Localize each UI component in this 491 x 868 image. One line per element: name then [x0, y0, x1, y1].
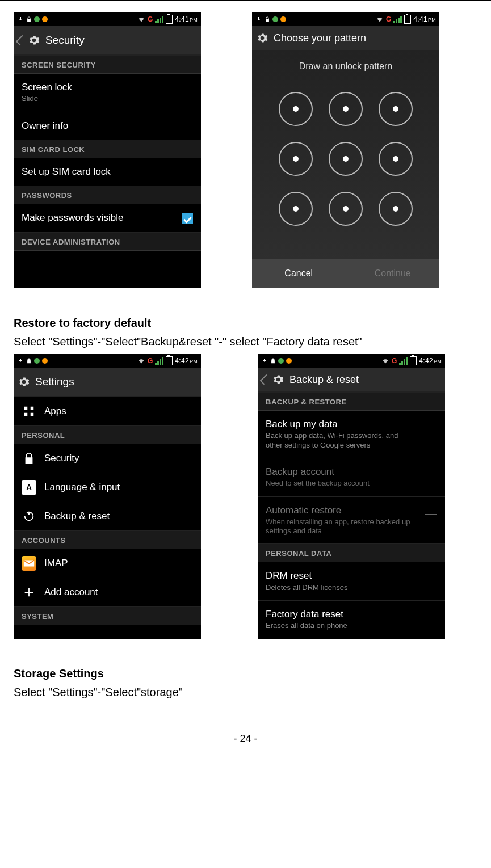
section-header: ACCOUNTS — [14, 531, 201, 549]
item-title: Backup & reset — [44, 511, 110, 522]
status-time: 4:42PM — [419, 357, 442, 365]
item-title: Apps — [44, 406, 66, 417]
continue-button: Continue — [346, 259, 440, 288]
doc-text-storage: Select "Settings"-"Select"storage" — [14, 686, 477, 699]
status-bar: G 4:41PM — [14, 12, 201, 26]
sync-icon — [286, 358, 292, 364]
sync-icon — [278, 358, 284, 364]
status-bar: G 4:41PM — [252, 12, 439, 26]
item-title: Backup account — [266, 466, 437, 478]
screenshot-backup-reset: G 4:42PM Backup & reset BACKUP & RESTORE… — [258, 354, 445, 639]
status-time: 4:42PM — [175, 357, 198, 365]
pattern-dot[interactable] — [329, 142, 363, 176]
signal-bars-icon — [155, 357, 163, 365]
checkbox-unchecked-icon[interactable] — [425, 428, 437, 440]
item-title: Back up my data — [266, 419, 417, 430]
screenshot-settings-list: G 4:42PM Settings Apps PERSONAL Secu — [14, 354, 201, 639]
item-backup-account: Backup account Need to set the backup ac… — [258, 458, 445, 497]
wifi-icon — [137, 357, 145, 364]
page-number: - 24 - — [14, 733, 477, 745]
cancel-button[interactable]: Cancel — [252, 259, 346, 288]
apps-icon — [22, 404, 36, 419]
title-bar: Choose your pattern — [252, 26, 439, 51]
pattern-dot[interactable] — [379, 192, 413, 226]
pattern-grid[interactable] — [275, 89, 416, 229]
title-bar[interactable]: Security — [14, 26, 201, 56]
item-imap[interactable]: IMAP — [14, 549, 201, 578]
network-g-icon: G — [148, 357, 153, 365]
item-title: Owner info — [22, 120, 193, 132]
item-make-passwords-visible[interactable]: Make passwords visible — [14, 204, 201, 232]
battery-icon — [404, 15, 411, 24]
screenshot-row-1: G 4:41PM Security SCREEN SECURITY Screen… — [14, 12, 477, 288]
button-label: Cancel — [284, 268, 313, 279]
pattern-dot[interactable] — [279, 192, 313, 226]
checkbox-checked-icon[interactable] — [182, 213, 193, 224]
network-g-icon: G — [386, 15, 391, 23]
gear-icon — [257, 32, 268, 44]
item-subtitle: Deletes all DRM licenses — [266, 583, 437, 592]
section-header: PERSONAL DATA — [258, 544, 445, 562]
page-title: Security — [45, 34, 85, 47]
item-title: Screen lock — [22, 82, 193, 93]
gear-icon — [28, 35, 40, 46]
title-bar[interactable]: Backup & reset — [258, 368, 445, 393]
item-apps[interactable]: Apps — [14, 397, 201, 426]
signal-bars-icon — [393, 16, 402, 23]
pattern-dot[interactable] — [379, 142, 413, 176]
item-title: IMAP — [44, 558, 68, 569]
status-bar: G 4:42PM — [258, 354, 445, 368]
item-back-up-my-data[interactable]: Back up my data Back up app data, Wi-Fi … — [258, 411, 445, 458]
battery-icon — [166, 356, 173, 365]
pattern-dot[interactable] — [279, 92, 313, 126]
item-title: Automatic restore — [266, 505, 417, 516]
item-add-account[interactable]: Add account — [14, 578, 201, 607]
wifi-icon — [381, 357, 389, 364]
language-icon: A — [22, 480, 36, 495]
screenshot-row-2: G 4:42PM Settings Apps PERSONAL Secu — [14, 354, 477, 639]
item-security[interactable]: Security — [14, 444, 201, 473]
pattern-dot[interactable] — [329, 192, 363, 226]
lock-icon — [26, 357, 32, 364]
section-header: SCREEN SECURITY — [14, 56, 201, 74]
status-bar: G 4:42PM — [14, 354, 201, 368]
item-owner-info[interactable]: Owner info — [14, 112, 201, 140]
pattern-dot[interactable] — [379, 92, 413, 126]
svg-rect-0 — [24, 407, 28, 410]
sync-icon — [280, 16, 286, 22]
item-factory-data-reset[interactable]: Factory data reset Erases all data on ph… — [258, 601, 445, 639]
item-subtitle: Back up app data, Wi-Fi passwords, and o… — [266, 431, 417, 450]
svg-rect-3 — [31, 413, 34, 416]
pattern-dot[interactable] — [329, 92, 363, 126]
item-title: Security — [44, 453, 79, 464]
item-subtitle: Need to set the backup account — [266, 479, 437, 488]
item-title: DRM reset — [266, 570, 437, 582]
item-language-input[interactable]: A Language & input — [14, 473, 201, 502]
item-backup-reset[interactable]: Backup & reset — [14, 502, 201, 531]
section-header: SYSTEM — [14, 607, 201, 625]
status-time: 4:41PM — [175, 15, 198, 23]
sync-icon — [34, 358, 40, 364]
page-title: Settings — [35, 376, 74, 388]
page-title: Backup & reset — [289, 374, 359, 386]
item-setup-sim-lock[interactable]: Set up SIM card lock — [14, 158, 201, 186]
section-header: PASSWORDS — [14, 186, 201, 204]
item-title: Factory data reset — [266, 609, 437, 620]
pattern-dot[interactable] — [279, 142, 313, 176]
lock-icon — [22, 451, 36, 466]
plus-icon — [22, 585, 36, 600]
wifi-icon — [137, 16, 145, 23]
checkbox-unchecked-icon — [425, 514, 437, 526]
backup-icon — [22, 509, 36, 524]
network-g-icon: G — [148, 15, 153, 23]
item-subtitle: Erases all data on phone — [266, 621, 437, 630]
screenshot-security-settings: G 4:41PM Security SCREEN SECURITY Screen… — [14, 12, 201, 288]
item-screen-lock[interactable]: Screen lock Slide — [14, 74, 201, 112]
sync-icon — [34, 16, 40, 22]
lock-icon — [26, 16, 32, 23]
item-title: Set up SIM card lock — [22, 166, 193, 178]
item-drm-reset[interactable]: DRM reset Deletes all DRM licenses — [258, 562, 445, 601]
download-icon — [261, 357, 268, 364]
lock-icon — [265, 16, 270, 23]
sync-icon — [42, 16, 48, 22]
